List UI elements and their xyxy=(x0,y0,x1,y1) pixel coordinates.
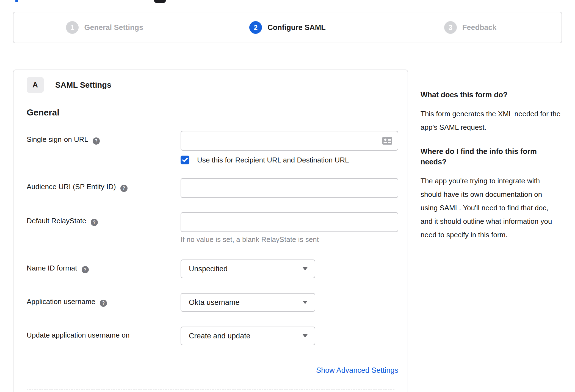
recipient-url-checkbox[interactable] xyxy=(181,156,189,164)
sso-url-label: Single sign-on URL xyxy=(27,135,88,143)
nameid-format-value: Unspecified xyxy=(189,265,228,273)
audience-uri-label-cell: Audience URI (SP Entity ID)? xyxy=(27,178,181,198)
recipient-url-checkbox-row: Use this for Recipient URL and Destinati… xyxy=(181,154,398,165)
section-a-badge: A xyxy=(27,77,44,93)
help-heading-1: What does this form do? xyxy=(421,90,561,100)
form-row-sso-url: Single sign-on URL? xyxy=(27,131,394,165)
audience-uri-help-icon[interactable]: ? xyxy=(120,185,128,192)
sso-url-input[interactable] xyxy=(181,131,398,150)
form-row-audience-uri: Audience URI (SP Entity ID)? xyxy=(27,178,394,198)
update-username-control-cell: Create and update xyxy=(181,327,394,345)
contact-card-icon[interactable] xyxy=(382,137,392,145)
nameid-help-icon[interactable]: ? xyxy=(82,266,89,273)
sso-url-input-wrap xyxy=(181,131,398,151)
nameid-format-select[interactable]: Unspecified xyxy=(181,260,315,278)
show-advanced-settings-link[interactable]: Show Advanced Settings xyxy=(316,366,398,375)
relaystate-hint: If no value is set, a blank RelayState i… xyxy=(181,235,398,244)
audience-uri-input[interactable] xyxy=(181,179,398,197)
form-row-nameid-format: Name ID format? Unspecified xyxy=(27,260,394,278)
app-username-label-cell: Application username? xyxy=(27,293,181,312)
step-1-circle: 1 xyxy=(66,21,79,34)
help-sidebar: What does this form do? This form genera… xyxy=(421,90,561,254)
app-username-label: Application username xyxy=(27,297,95,306)
dropdown-caret-icon xyxy=(303,301,308,304)
app-username-control-cell: Okta username xyxy=(181,293,394,312)
relaystate-input-wrap xyxy=(181,212,398,232)
form-row-relaystate: Default RelayState? If no value is set, … xyxy=(27,212,394,244)
relaystate-help-icon[interactable]: ? xyxy=(91,219,98,226)
saml-settings-panel: A SAML Settings General Single sign-on U… xyxy=(13,70,408,392)
help-heading-2: Where do I find the info this form needs… xyxy=(421,146,561,167)
help-paragraph-1: This form generates the XML needed for t… xyxy=(421,107,561,134)
dropdown-caret-icon xyxy=(303,334,308,338)
audience-uri-input-wrap xyxy=(181,178,398,198)
step-3-circle: 3 xyxy=(444,21,457,34)
sso-url-control-cell: Use this for Recipient URL and Destinati… xyxy=(181,131,398,165)
step-configure-saml[interactable]: 2 Configure SAML xyxy=(196,12,378,43)
panel-title: SAML Settings xyxy=(55,81,111,90)
relaystate-label-cell: Default RelayState? xyxy=(27,212,181,244)
nameid-control-cell: Unspecified xyxy=(181,260,394,278)
sso-url-label-cell: Single sign-on URL? xyxy=(27,131,181,165)
app-username-select[interactable]: Okta username xyxy=(181,293,315,312)
step-1-label: General Settings xyxy=(84,23,143,32)
audience-uri-label: Audience URI (SP Entity ID) xyxy=(27,183,116,191)
dropdown-caret-icon xyxy=(303,267,308,270)
nameid-label: Name ID format xyxy=(27,264,77,272)
advanced-settings-row: Show Advanced Settings xyxy=(27,366,398,375)
nameid-label-cell: Name ID format? xyxy=(27,260,181,278)
relaystate-control-cell: If no value is set, a blank RelayState i… xyxy=(181,212,398,244)
relaystate-label: Default RelayState xyxy=(27,217,86,225)
update-username-label: Update application username on xyxy=(27,331,129,339)
wizard-stepper: 1 General Settings 2 Configure SAML 3 Fe… xyxy=(13,12,562,43)
help-paragraph-2: The app you're trying to integrate with … xyxy=(421,174,561,242)
relaystate-input[interactable] xyxy=(181,213,398,231)
step-2-circle: 2 xyxy=(249,21,262,34)
general-section-heading: General xyxy=(27,107,394,118)
app-username-value: Okta username xyxy=(189,298,240,307)
update-username-value: Create and update xyxy=(189,332,250,340)
step-feedback[interactable]: 3 Feedback xyxy=(379,12,562,43)
cutoff-blue-fragment xyxy=(15,0,18,2)
saml-form: Single sign-on URL? xyxy=(27,131,394,390)
checkmark-icon xyxy=(182,158,188,162)
form-row-update-username: Update application username on Create an… xyxy=(27,327,394,345)
cutoff-logo-fragment xyxy=(154,0,166,3)
step-2-label: Configure SAML xyxy=(267,23,325,32)
step-3-label: Feedback xyxy=(462,23,497,32)
recipient-url-checkbox-label[interactable]: Use this for Recipient URL and Destinati… xyxy=(197,156,349,164)
step-general-settings[interactable]: 1 General Settings xyxy=(13,12,196,43)
form-row-app-username: Application username? Okta username xyxy=(27,293,394,312)
panel-header: A SAML Settings xyxy=(27,77,394,93)
audience-uri-control-cell xyxy=(181,178,398,198)
app-username-help-icon[interactable]: ? xyxy=(100,300,107,307)
update-username-select[interactable]: Create and update xyxy=(181,327,315,345)
sso-url-help-icon[interactable]: ? xyxy=(93,137,100,145)
update-username-label-cell: Update application username on xyxy=(27,327,181,345)
section-dashed-divider xyxy=(27,390,394,390)
